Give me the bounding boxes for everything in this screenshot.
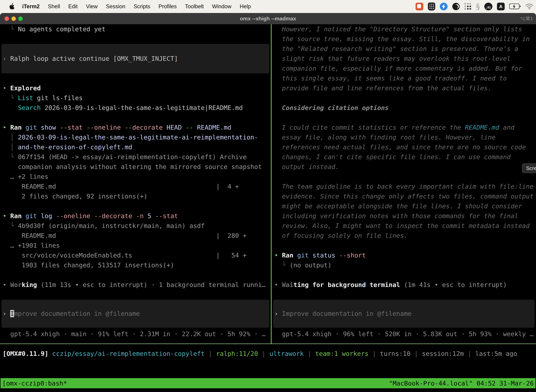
terminal-row: I could cite commit statistics or refere…: [274, 123, 536, 132]
terminal-row: 2 files changed, 92 insertions(+): [3, 191, 271, 201]
terminal-row: output instead.: [274, 162, 536, 172]
terminal-row: └ No agents completed yet: [3, 24, 271, 34]
right-pane-output: However, I noticed the "Directory Struct…: [274, 24, 536, 290]
terminal-row: › Ralph loop active continue [OMX_TMUX_I…: [3, 54, 178, 64]
input-source-icon[interactable]: A: [497, 3, 505, 10]
terminal-row: might be acceptable alongside the file l…: [274, 201, 536, 211]
terminal-row: However, I noticed the "Directory Struct…: [274, 24, 536, 34]
terminal-row: companion file, especially if more comme…: [274, 64, 536, 73]
window-titlebar: omx --xhigh --madmax ⌥⌘1: [0, 13, 536, 24]
terminal-row: [274, 241, 536, 250]
terminal-row: • Waiting for background terminal (1m 41…: [274, 280, 536, 290]
iterm-window: omx --xhigh --madmax ⌥⌘1 └ No agents com…: [0, 13, 536, 392]
terminal-row: [3, 73, 271, 83]
tmux-host-clock: "MacBook-Pro-44.local" 04:52 31-Mar-26: [389, 380, 534, 387]
terminal-row: including verification notes with those …: [274, 211, 536, 221]
terminal-row: the source tree, missing the essay. Stil…: [274, 34, 536, 44]
terminal-row: this single essay, it seems like a good …: [274, 73, 536, 83]
terminal-row: Considering citation options: [274, 103, 536, 113]
terminal-row: └ 4b9d30f (origin/main, instructkr/main,…: [3, 221, 271, 231]
terminal-row: [3, 201, 271, 211]
menu-toolbelt[interactable]: Toolbelt: [185, 3, 204, 10]
terminal-row: changes, I can't cite specific file line…: [274, 152, 536, 162]
menu-edit[interactable]: Edit: [68, 3, 77, 10]
crescent-app-icon[interactable]: [452, 3, 460, 10]
terminal-row: slight risk that future readers may over…: [274, 54, 536, 64]
terminal-row: [274, 93, 536, 103]
menu-profiles[interactable]: Profiles: [158, 3, 177, 10]
messenger-icon[interactable]: [440, 3, 448, 10]
apple-menu-icon[interactable]: [9, 3, 14, 10]
menu-shell[interactable]: Shell: [48, 3, 60, 10]
screenshot-root: { "menubar": { "items": ["iTerm2", "Shel…: [0, 0, 536, 392]
terminal-row: • Ran git log --oneline --decorate -n 5 …: [3, 211, 271, 221]
terminal-row: review. Also, I might want to inspect th…: [274, 221, 536, 231]
terminal-row: gpt-5.4 xhigh · 96% left · 520K in · 5.8…: [274, 329, 534, 339]
percent-badge-icon[interactable]: ..61: [484, 3, 492, 10]
terminal-row: │ 2026-03-09-is-legal-the-same-as-legiti…: [3, 132, 271, 142]
left-pane[interactable]: └ No agents completed yet • Explored └ L…: [0, 24, 271, 344]
right-status-line: gpt-5.4 xhigh · 96% left · 520K in · 5.8…: [274, 329, 534, 339]
ralph-loop-text: › Ralph loop active continue [OMX_TMUX_I…: [3, 54, 178, 64]
menu-help[interactable]: Help: [240, 3, 251, 10]
terminal-row: │ and-the-erosion-of-copyleft.md: [3, 142, 271, 152]
battery-icon[interactable]: [509, 4, 521, 9]
right-pane[interactable]: However, I noticed the "Directory Struct…: [272, 24, 536, 344]
wifi-icon[interactable]: [526, 4, 533, 9]
left-prompt-content: › Improve documentation in @filename: [3, 309, 140, 319]
terminal-row: [3, 34, 271, 44]
terminal-row: src/voice/voiceModeEnabled.ts | 54 +: [3, 250, 271, 260]
terminal-row: essay file, along with finding root file…: [274, 132, 536, 142]
omx-status-bar: [OMX#0.11.9] cczip/essay/ai-reimplementa…: [3, 349, 536, 359]
terminal-row: [OMX#0.11.9] cczip/essay/ai-reimplementa…: [3, 349, 536, 359]
terminal-row: • Working (11m 13s • esc to interrupt) ·…: [3, 280, 271, 290]
terminal-row: the "Related research writing" section i…: [274, 44, 536, 54]
right-prompt-content: › Improve documentation in @filename: [274, 309, 412, 319]
terminal-row: provide file and line references from th…: [274, 83, 536, 93]
pane-bottom-border: [0, 344, 536, 344]
menu-scripts[interactable]: Scripts: [134, 3, 150, 10]
terminal-row: references need actual files, and since …: [274, 142, 536, 152]
terminal-row: [274, 113, 536, 123]
left-status-line: gpt-5.4 xhigh · main · 91% left · 2.31M …: [3, 329, 266, 339]
menu-window[interactable]: Window: [212, 3, 231, 10]
terminal-row: › Improve documentation in @filename: [274, 309, 412, 319]
right-prompt-input[interactable]: › Improve documentation in @filename: [273, 300, 535, 328]
terminal-row: README.md | 280 +: [3, 231, 271, 241]
macos-menubar: iTerm2 Shell Edit View Session Scripts P…: [0, 0, 536, 13]
terminal-row: [274, 172, 536, 182]
menu-items: iTerm2 Shell Edit View Session Scripts P…: [22, 3, 251, 10]
terminal-row: evidence. Since this change only affects…: [274, 191, 536, 201]
screen-record-icon[interactable]: [416, 3, 423, 10]
terminal-row: └ 067f154 (HEAD -> essay/ai-reimplementa…: [3, 152, 271, 162]
ralph-loop-banner: › Ralph loop active continue [OMX_TMUX_I…: [1, 44, 269, 73]
left-prompt-input[interactable]: › Improve documentation in @filename: [1, 300, 269, 328]
terminal-row: README.md | 4 +: [3, 182, 271, 191]
tmux-status-bar: [omx-cczip0:bash* "MacBook-Pro-44.local"…: [0, 378, 536, 388]
terminal-row: … +1901 lines: [3, 241, 271, 250]
terminal-row: The team guideline is to back every impo…: [274, 182, 536, 191]
terminal-row: • Ran git show --stat --oneline --decora…: [3, 123, 271, 132]
screen-share-button[interactable]: Scre: [522, 163, 536, 173]
window-title: omx --xhigh --madmax: [0, 16, 536, 22]
tmux-window-label[interactable]: [omx-cczip0:bash*: [2, 380, 67, 387]
terminal-row: 1903 files changed, 513517 insertions(+): [3, 260, 271, 270]
menu-session[interactable]: Session: [106, 3, 125, 10]
terminal-row: gpt-5.4 xhigh · main · 91% left · 2.31M …: [3, 329, 266, 339]
dots-grid-icon[interactable]: [464, 3, 471, 10]
terminal-row: … +2 lines: [3, 172, 271, 182]
terminal-row: └ (no output): [274, 260, 536, 270]
terminal-row: › Improve documentation in @filename: [3, 309, 140, 319]
terminal-row: Search 2026-03-09-is-legal-the-same-as-l…: [3, 103, 271, 113]
hook-icon[interactable]: §: [476, 2, 480, 11]
terminal-row: • Ran git status --short: [274, 250, 536, 260]
terminal-row: of focusing solely on file lines.: [274, 231, 536, 241]
menubar-status-icons: § ..61 A: [416, 2, 533, 11]
menu-view[interactable]: View: [86, 3, 98, 10]
terminal-row: └ List git ls-files: [3, 93, 271, 103]
terminal-row: • Explored: [3, 83, 271, 93]
terminal-row: companion analysis without altering the …: [3, 162, 271, 172]
menu-iterm2[interactable]: iTerm2: [22, 3, 40, 10]
terminal-row: [274, 270, 536, 280]
keyboard-icon[interactable]: [428, 2, 435, 10]
